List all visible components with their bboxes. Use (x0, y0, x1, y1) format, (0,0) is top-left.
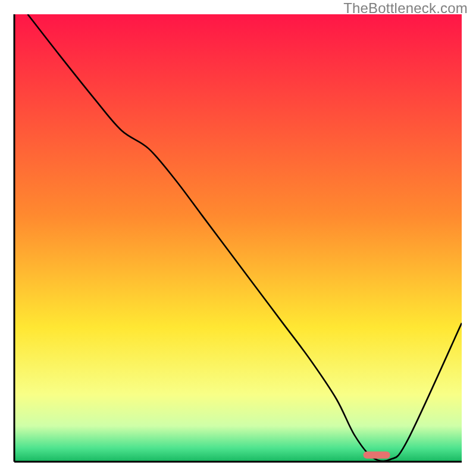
chart-container: TheBottleneck.com (0, 0, 476, 476)
optimal-marker (364, 452, 390, 459)
bottleneck-chart (0, 0, 476, 476)
gradient-background (14, 14, 462, 462)
